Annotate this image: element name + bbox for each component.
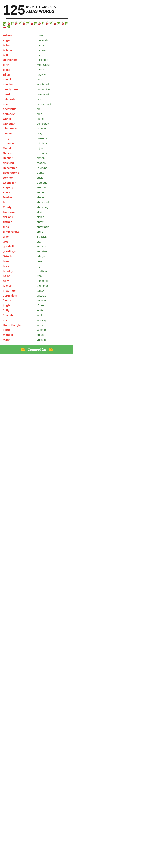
list-item: holiday xyxy=(3,269,37,274)
list-item: bells xyxy=(3,53,37,58)
words-container: AdventangelbabebelievebellsBethlehembirt… xyxy=(0,32,73,345)
list-item: menorah xyxy=(37,38,71,43)
list-item: Jesus xyxy=(3,298,37,303)
list-item: Jerusalem xyxy=(3,293,37,298)
list-item: reverence xyxy=(37,151,71,156)
list-item: greetings xyxy=(3,249,37,254)
list-item: Donner xyxy=(3,175,37,180)
list-item: peppermint xyxy=(37,102,71,106)
list-item: hark xyxy=(3,264,37,269)
list-item: elves xyxy=(3,190,37,195)
list-item: Rudolph xyxy=(37,165,71,170)
list-item: nativity xyxy=(37,72,71,77)
list-item: Advent xyxy=(3,33,37,38)
list-item: Frosty xyxy=(3,205,37,210)
list-item: decorations xyxy=(3,170,37,175)
list-item: Dancer xyxy=(3,151,37,156)
list-item: Santa xyxy=(37,170,71,175)
list-item: Wreath xyxy=(37,328,71,333)
list-item: Mary xyxy=(3,337,37,342)
list-item: peace xyxy=(37,97,71,102)
list-item: Comet xyxy=(3,131,37,136)
list-item: St. Nick xyxy=(37,234,71,239)
list-item: incarnate xyxy=(3,288,37,293)
list-item: dashing xyxy=(3,161,37,165)
list-item: December xyxy=(3,165,37,170)
list-item: Christmas xyxy=(3,126,37,131)
list-item: candles xyxy=(3,82,37,87)
list-item: carol xyxy=(3,92,37,97)
list-item: believe xyxy=(3,48,37,53)
header-title: 125 MOST FAMOUS XMAS WORDS xyxy=(3,3,71,17)
list-item: fruitcake xyxy=(3,210,37,215)
left-column: AdventangelbabebelievebellsBethlehembirt… xyxy=(3,33,37,342)
list-item: cozy xyxy=(3,136,37,141)
list-item: Jolly xyxy=(3,308,37,313)
list-item: jingle xyxy=(3,303,37,308)
list-item: holy xyxy=(3,278,37,283)
list-item: triumphant xyxy=(37,283,71,288)
list-item: Icicles xyxy=(3,283,37,288)
footer-text: Connect Us xyxy=(28,348,46,352)
list-item: God xyxy=(3,239,37,244)
list-item: North Pole xyxy=(37,82,71,87)
list-item: Blitzen xyxy=(3,72,37,77)
list-item: chestnuts xyxy=(3,106,37,112)
list-item: holly xyxy=(3,274,37,278)
list-item: Mrs. Claus xyxy=(37,62,71,67)
list-item: xmas xyxy=(37,333,71,337)
list-item: star xyxy=(37,239,71,244)
list-item: shepherd xyxy=(37,200,71,205)
list-item: Christ xyxy=(3,116,37,121)
list-item: garland xyxy=(3,215,37,220)
footer: 🤲 Connect Us 🤲 xyxy=(0,345,73,354)
list-item: vacation xyxy=(37,298,71,303)
list-item: shopping xyxy=(37,205,71,210)
list-item: miracle xyxy=(37,48,71,53)
list-item: merry xyxy=(37,43,71,48)
list-item: Kriss Kringle xyxy=(3,323,37,328)
list-item: pie xyxy=(37,106,71,112)
list-item: Vixen xyxy=(37,303,71,308)
list-item: ham xyxy=(3,259,37,264)
list-item: reindeer xyxy=(37,141,71,146)
list-item: give xyxy=(3,234,37,239)
list-item: bless xyxy=(3,67,37,72)
list-item: season xyxy=(37,185,71,190)
list-item: unwrap xyxy=(37,293,71,298)
footer-left-icon: 🤲 xyxy=(21,347,25,352)
header: 125 MOST FAMOUS XMAS WORDS 🌿🍒🌿🍒🌿🍒🌿🍒🌿🍒🌿🍒🌿… xyxy=(0,0,73,32)
list-item: manger xyxy=(3,333,37,337)
list-item: candy cane xyxy=(3,87,37,92)
list-item: pray xyxy=(37,131,71,136)
list-item: wrap xyxy=(37,323,71,328)
list-item: turkey xyxy=(37,288,71,293)
list-item: tinsel xyxy=(37,259,71,264)
list-item: sleigh xyxy=(37,215,71,220)
list-item: camel xyxy=(3,77,37,82)
right-column: massmenorahmerrymiraclemirthmistletoeMrs… xyxy=(37,33,71,342)
header-line1: MOST FAMOUS xyxy=(26,5,56,9)
list-item: snowman xyxy=(37,224,71,229)
list-item: share xyxy=(37,195,71,200)
list-item: presents xyxy=(37,136,71,141)
list-item: rejoice xyxy=(37,146,71,151)
list-item: joy xyxy=(3,318,37,323)
list-item: goodwill xyxy=(3,244,37,249)
list-item: winter xyxy=(37,313,71,318)
list-item: Scrooge xyxy=(37,180,71,185)
list-item: sled xyxy=(37,210,71,215)
list-item: festive xyxy=(3,195,37,200)
list-item: white xyxy=(37,308,71,313)
list-item: Christian xyxy=(3,121,37,126)
list-item: Dasher xyxy=(3,156,37,161)
header-line2: XMAS WORDS xyxy=(26,9,56,13)
list-item: savior xyxy=(37,175,71,180)
list-item: Bethlehem xyxy=(3,58,37,62)
list-item: nutcracker xyxy=(37,87,71,92)
divider-bar xyxy=(6,18,68,19)
list-item: cheer xyxy=(3,102,37,106)
list-item: tradition xyxy=(37,269,71,274)
list-item: myrrh xyxy=(37,67,71,72)
list-item: snow xyxy=(37,220,71,224)
